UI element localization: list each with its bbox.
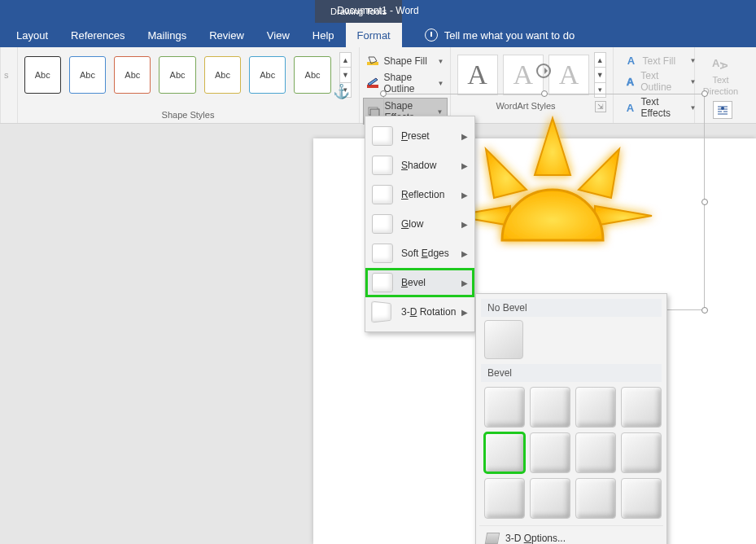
bevel-swatch[interactable] (575, 478, 616, 519)
chevron-down-icon: ▼ (438, 58, 444, 65)
preset-icon (372, 126, 393, 146)
resize-handle[interactable] (701, 307, 708, 314)
submenu-arrow-icon: ▶ (461, 191, 468, 200)
bevel-swatch-none[interactable] (484, 320, 523, 359)
text-direction-icon: A A (710, 55, 732, 73)
rotation3d-icon (371, 301, 391, 322)
group-label: Shape Styles (24, 110, 352, 121)
bevel-swatch[interactable] (484, 387, 525, 428)
bevel-swatch[interactable] (621, 478, 662, 519)
bevel-swatch[interactable] (484, 478, 525, 519)
chevron-up-icon[interactable]: ▲ (340, 53, 352, 68)
label: Text Outline (640, 70, 684, 93)
svg-text:A: A (718, 62, 730, 70)
lightbulb-icon (425, 29, 438, 42)
textoutline-icon: A (625, 76, 636, 88)
softedges-icon (372, 243, 393, 263)
bucket-icon (366, 55, 379, 67)
shape-fill-button[interactable]: Shape Fill ▼ (363, 54, 448, 68)
label: Glow (401, 218, 423, 230)
menu-item-soft-edges[interactable]: Soft Edges ▶ (365, 239, 474, 268)
bevel-icon (372, 273, 393, 292)
shape-style-item[interactable]: Abc (204, 56, 241, 94)
menu-item-bevel[interactable]: Bevel ▶ (365, 268, 474, 297)
wordart-style-item[interactable]: A (457, 55, 498, 95)
bevel-swatch[interactable] (575, 387, 616, 428)
label: 3-D Rotation (401, 306, 456, 318)
svg-marker-6 (535, 118, 570, 175)
text-fill-button: A Text Fill ▼ (623, 54, 698, 68)
ribbon-tab-bar: Layout References Mailings Review View H… (0, 23, 756, 47)
bevel-swatch[interactable] (530, 387, 570, 428)
tab-mailings[interactable]: Mailings (137, 23, 199, 47)
bevel-swatch[interactable] (530, 432, 570, 473)
textfill-icon: A (625, 55, 638, 67)
resize-handle[interactable] (701, 90, 708, 97)
bevel-flyout: No Bevel Bevel 3-D Options... (475, 293, 667, 544)
label: Shadow (401, 160, 436, 171)
contextual-tab-drawing-tools[interactable]: Drawing Tools (315, 0, 402, 23)
tab-view[interactable]: View (256, 23, 301, 47)
label: Shape Outline (384, 72, 433, 94)
bevel-swatch[interactable] (575, 432, 616, 473)
tab-format[interactable]: Format (346, 23, 402, 47)
submenu-arrow-icon: ▶ (461, 132, 468, 141)
label: Soft Edges (401, 248, 449, 259)
svg-marker-10 (595, 206, 652, 226)
wordart-style-item[interactable]: A (548, 55, 589, 95)
svg-marker-8 (579, 149, 619, 198)
flyout-header-bevel: Bevel (481, 364, 662, 382)
shape-effects-menu: Preset ▶ Shadow ▶ Reflection ▶ Glow ▶ So… (365, 116, 475, 332)
tab-help[interactable]: Help (301, 23, 346, 47)
shape-style-item[interactable]: Abc (294, 56, 330, 94)
svg-marker-7 (486, 149, 527, 198)
chevron-up-icon[interactable]: ▲ (595, 53, 605, 68)
menu-item-reflection[interactable]: Reflection ▶ (365, 180, 474, 209)
menu-item-preset[interactable]: Preset ▶ (365, 121, 474, 151)
chevron-down-icon[interactable]: ▼ (340, 68, 352, 82)
layout-options-button[interactable] (713, 101, 732, 119)
shape-style-item[interactable]: Abc (24, 56, 61, 94)
chevron-down-icon: ▼ (438, 80, 444, 87)
submenu-arrow-icon: ▶ (461, 220, 468, 229)
anchor-icon: ⚓ (333, 83, 350, 100)
shape-style-item[interactable]: Abc (159, 56, 195, 94)
label: 3-D Options... (505, 533, 566, 544)
rotation-handle[interactable] (536, 64, 551, 78)
text-outline-button: A Text Outline ▼ (623, 69, 698, 94)
label: Preset (401, 130, 430, 142)
pen-icon (366, 77, 379, 89)
shape-outline-button[interactable]: Shape Outline ▼ (363, 70, 448, 96)
tell-me-label: Tell me what you want to do (444, 29, 575, 42)
resize-handle[interactable] (380, 90, 387, 97)
gallery-scroll[interactable]: ▲ ▼ ▾ (594, 52, 605, 98)
bevel-swatch[interactable] (621, 432, 662, 473)
chevron-down-icon[interactable]: ▼ (595, 68, 605, 82)
menu-item-3d-rotation[interactable]: 3-D Rotation ▶ (365, 297, 474, 327)
shadow-icon (372, 156, 393, 175)
menu-item-glow[interactable]: Glow ▶ (365, 209, 474, 239)
options-3d-icon (485, 533, 500, 544)
title-bar: Drawing Tools Document1 - Word (0, 0, 756, 23)
bevel-swatch[interactable] (621, 387, 662, 428)
resize-handle[interactable] (701, 199, 708, 205)
label: Text Fill (643, 55, 676, 67)
submenu-arrow-icon: ▶ (461, 249, 468, 258)
label: Text (712, 75, 728, 85)
shape-style-item[interactable]: Abc (114, 56, 151, 94)
tab-references[interactable]: References (59, 23, 136, 47)
bevel-swatch[interactable] (530, 478, 570, 519)
menu-item-shadow[interactable]: Shadow ▶ (365, 151, 474, 180)
shape-style-item[interactable]: Abc (249, 56, 286, 94)
label: Bevel (401, 277, 426, 288)
tell-me[interactable]: Tell me what you want to do (425, 23, 575, 47)
label: Shape Fill (384, 55, 427, 67)
tab-layout[interactable]: Layout (5, 23, 59, 47)
label: Direction (703, 86, 738, 96)
bevel-swatch-selected[interactable] (484, 432, 525, 473)
menu-item-3d-options[interactable]: 3-D Options... (479, 525, 663, 544)
glow-icon (372, 214, 393, 234)
tab-review[interactable]: Review (198, 23, 256, 47)
shape-style-item[interactable]: Abc (69, 56, 106, 94)
resize-handle[interactable] (541, 90, 548, 97)
